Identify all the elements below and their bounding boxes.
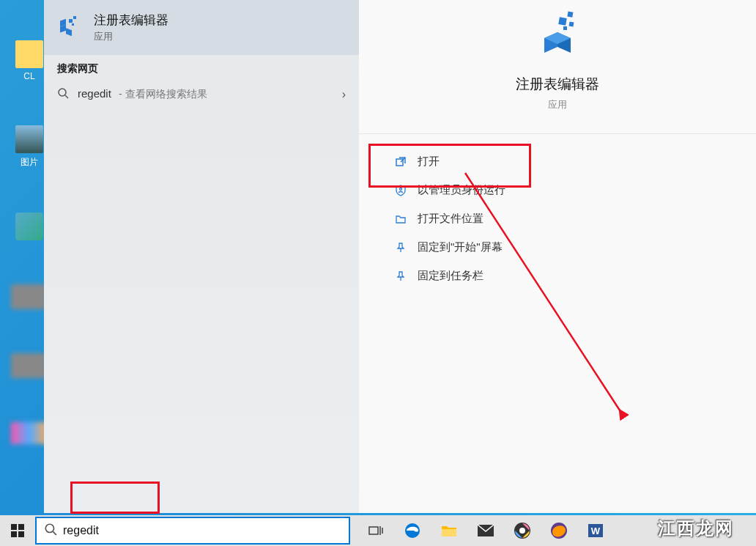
desktop-icon-label: 图片: [21, 156, 38, 169]
web-section-header: 搜索网页: [44, 55, 359, 80]
action-open[interactable]: 打开: [359, 147, 756, 176]
search-preview-column: 注册表编辑器 应用 打开 以管理员身份运行: [359, 0, 756, 513]
open-icon: [394, 155, 407, 169]
web-suffix: - 查看网络搜索结果: [119, 88, 207, 100]
svg-rect-23: [369, 527, 378, 534]
regedit-icon: [57, 15, 84, 41]
task-view-icon[interactable]: [366, 521, 385, 540]
browser-icon[interactable]: [513, 521, 532, 540]
pin-taskbar-icon: [394, 270, 407, 283]
action-label: 以管理员身份运行: [418, 183, 505, 197]
desktop-icon-settings[interactable]: [11, 213, 48, 240]
start-button[interactable]: [0, 515, 35, 546]
chevron-right-icon: ›: [342, 88, 346, 101]
svg-rect-4: [73, 16, 76, 19]
action-label: 固定到任务栏: [418, 269, 483, 283]
svg-rect-8: [558, 17, 567, 26]
admin-icon: [394, 184, 407, 197]
watermark: 江西龙网: [658, 517, 734, 540]
file-explorer-icon[interactable]: [440, 521, 459, 540]
svg-rect-5: [72, 23, 74, 26]
best-match-item[interactable]: 注册表编辑器 应用: [44, 0, 359, 55]
svg-point-21: [45, 524, 53, 532]
action-pin-taskbar[interactable]: 固定到任务栏: [359, 262, 756, 290]
search-results-panel: 注册表编辑器 应用 搜索网页 regedit - 查看网络搜索结果 ›: [44, 0, 756, 513]
preview-header: 注册表编辑器 应用: [359, 0, 756, 134]
svg-point-6: [59, 89, 66, 96]
action-open-location[interactable]: 打开文件位置: [359, 204, 756, 233]
web-query: regedit: [78, 87, 111, 100]
action-label: 打开文件位置: [418, 212, 483, 226]
search-icon: [57, 87, 69, 101]
best-match-title: 注册表编辑器: [94, 12, 168, 29]
svg-rect-1: [66, 28, 72, 36]
desktop-icon-folder[interactable]: CL: [11, 40, 48, 81]
svg-text:W: W: [591, 525, 601, 536]
svg-point-13: [400, 188, 402, 190]
svg-rect-3: [69, 19, 73, 23]
desktop-icon-blurred[interactable]: [11, 284, 48, 309]
desktop-icon-blurred[interactable]: [11, 422, 48, 444]
preview-title: 注册表编辑器: [516, 75, 599, 94]
word-icon[interactable]: W: [586, 521, 605, 540]
svg-line-7: [65, 95, 68, 98]
svg-rect-17: [11, 524, 17, 530]
svg-rect-10: [569, 22, 574, 27]
svg-rect-9: [567, 12, 573, 18]
search-left-column: 注册表编辑器 应用 搜索网页 regedit - 查看网络搜索结果 ›: [44, 0, 359, 513]
search-box[interactable]: [35, 517, 350, 545]
svg-rect-19: [11, 531, 17, 537]
edge-icon[interactable]: [403, 521, 422, 540]
web-search-item[interactable]: regedit - 查看网络搜索结果 ›: [44, 80, 359, 108]
regedit-large-icon: [531, 9, 584, 62]
svg-point-30: [519, 528, 525, 534]
svg-rect-18: [18, 524, 24, 530]
svg-rect-11: [563, 26, 567, 30]
preview-subtitle: 应用: [548, 98, 567, 111]
action-label: 打开: [418, 155, 440, 169]
mail-icon[interactable]: [476, 521, 495, 540]
action-label: 固定到"开始"屏幕: [418, 240, 503, 254]
folder-icon: [394, 213, 407, 226]
desktop-icon-blurred[interactable]: [11, 353, 48, 378]
action-pin-start[interactable]: 固定到"开始"屏幕: [359, 233, 756, 262]
desktop-icon-label: CL: [23, 71, 34, 81]
firefox-icon[interactable]: [549, 521, 568, 540]
desktop-icons: CL 图片: [11, 40, 48, 444]
search-icon: [44, 523, 57, 539]
action-run-admin[interactable]: 以管理员身份运行: [359, 176, 756, 204]
action-list: 打开 以管理员身份运行 打开文件位置: [359, 134, 756, 303]
search-input[interactable]: [63, 524, 341, 537]
svg-rect-27: [442, 529, 456, 536]
taskbar-apps: W: [366, 521, 605, 540]
best-match-subtitle: 应用: [94, 30, 168, 43]
svg-line-22: [53, 531, 56, 535]
svg-rect-20: [18, 531, 24, 537]
desktop-icon-pictures[interactable]: 图片: [11, 125, 48, 169]
pin-start-icon: [394, 241, 407, 254]
taskbar: W: [0, 515, 756, 546]
